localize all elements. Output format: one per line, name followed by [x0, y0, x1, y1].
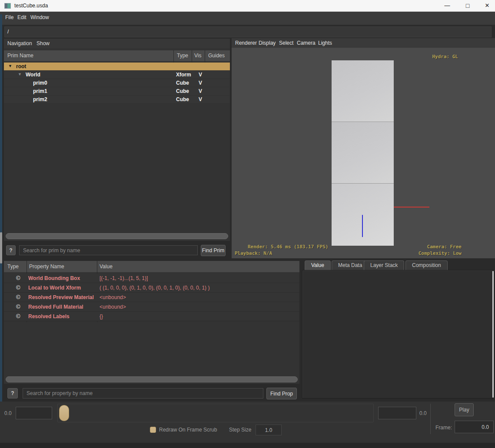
property-header: Type Property Name Value — [4, 261, 299, 272]
prim-vis[interactable]: V — [199, 88, 202, 94]
menu-display[interactable]: Display — [259, 40, 276, 46]
frame-slider-handle[interactable] — [59, 405, 69, 421]
expand-arrow-icon[interactable]: ▼ — [8, 64, 12, 68]
minimize-button[interactable]: — — [440, 0, 455, 11]
expand-arrow-icon[interactable]: ▼ — [18, 72, 22, 76]
tree-row-prim1[interactable]: prim1 Cube V — [4, 87, 230, 96]
cube-middle[interactable] — [332, 122, 394, 184]
frame-slider[interactable] — [57, 404, 374, 422]
prim-tree-panel: Navigation Show Prim Name Type Vis Guide… — [3, 38, 230, 241]
tab-composition[interactable]: Composition — [405, 260, 448, 270]
computed-icon: © — [16, 284, 20, 291]
inspector-panel: Value Meta Data Layer Stack Composition — [302, 260, 495, 399]
range-start-label: 0.0 — [4, 410, 12, 416]
computed-icon: © — [16, 275, 20, 281]
menu-show[interactable]: Show — [37, 40, 50, 46]
redraw-checkbox[interactable] — [150, 427, 156, 433]
prim-search-input[interactable] — [19, 245, 198, 255]
tab-layer-stack[interactable]: Layer Stack — [364, 260, 404, 270]
property-name: World Bounding Box — [28, 275, 80, 281]
prim-type: Xform — [176, 72, 191, 78]
property-name: Resolved Labels — [28, 313, 70, 320]
frame-label: Frame: — [435, 425, 452, 431]
menu-renderer[interactable]: Renderer — [235, 40, 257, 46]
property-name: Resolved Full Material — [28, 304, 83, 310]
menu-file[interactable]: File — [5, 14, 13, 20]
computed-icon: © — [16, 313, 20, 320]
menu-select[interactable]: Select — [279, 40, 293, 46]
property-search-input[interactable] — [23, 388, 263, 399]
find-prop-button[interactable]: Find Prop — [266, 388, 297, 399]
prim-vis[interactable]: V — [199, 96, 202, 102]
property-row-world-bounding-box[interactable]: © World Bounding Box [(-1, -1, -1)...(1,… — [4, 273, 299, 283]
hud-playback: Playback: N/A — [235, 250, 272, 256]
col-vis: Vis — [194, 53, 201, 59]
usdview-window: testCube.usda — □ ✕ File Edit Window / N… — [0, 0, 495, 448]
window-bottom-edge — [0, 443, 495, 448]
frame-input[interactable] — [455, 421, 494, 433]
property-value: {} — [100, 313, 103, 320]
prim-name: prim1 — [33, 88, 47, 94]
tab-meta-data[interactable]: Meta Data — [332, 260, 369, 270]
x-axis-line — [394, 207, 429, 208]
menu-lights[interactable]: Lights — [318, 40, 332, 46]
property-value: <unbound> — [100, 294, 126, 300]
computed-icon: © — [16, 294, 20, 300]
menu-edit[interactable]: Edit — [17, 14, 27, 20]
window-title: testCube.usda — [14, 3, 48, 9]
left-scrollbar-thumb[interactable] — [0, 232, 2, 264]
property-value: <unbound> — [100, 304, 126, 310]
play-button[interactable]: Play — [455, 403, 474, 416]
property-hscrollbar-thumb[interactable] — [6, 376, 298, 382]
viewport-panel: Renderer Display Select Camera Lights Hy… — [232, 38, 495, 258]
menu-camera[interactable]: Camera — [297, 40, 316, 46]
property-row-resolved-labels[interactable]: © Resolved Labels {} — [4, 312, 299, 321]
prim-vis[interactable]: V — [199, 80, 202, 86]
timeline-bar: 0.0 0.0 Play Frame: Redraw On Frame Scru… — [0, 402, 495, 448]
hud-camera: Camera: Free — [427, 244, 462, 250]
viewport-menu-bar: Renderer Display Select Camera Lights — [232, 38, 495, 48]
prim-type: Cube — [176, 80, 189, 86]
property-name: Resolved Preview Material — [28, 294, 94, 300]
range-end-input[interactable] — [378, 407, 416, 419]
property-help-button[interactable]: ? — [7, 388, 18, 399]
menu-navigation[interactable]: Navigation — [7, 40, 32, 46]
property-panel: Type Property Name Value © World Boundin… — [3, 260, 300, 384]
tree-row-root[interactable]: ▼ root — [4, 63, 230, 71]
tree-row-prim0[interactable]: prim0 Cube V — [4, 79, 230, 87]
cube-top[interactable] — [332, 60, 394, 122]
maximize-button[interactable]: □ — [460, 0, 475, 11]
timeline-divider — [430, 404, 431, 434]
range-start-input[interactable] — [16, 407, 52, 419]
menu-window[interactable]: Window — [30, 14, 49, 20]
prim-path-field[interactable]: / — [4, 26, 492, 37]
find-prim-button[interactable]: Find Prim — [201, 245, 226, 256]
property-row-resolved-full-material[interactable]: © Resolved Full Material <unbound> — [4, 302, 299, 312]
prim-vis[interactable]: V — [199, 72, 202, 78]
tree-hscrollbar-thumb[interactable] — [6, 233, 228, 239]
inspector-vscrollbar-thumb[interactable] — [492, 271, 494, 398]
tab-value[interactable]: Value — [305, 260, 331, 270]
col-property-name: Property Name — [29, 264, 64, 270]
prim-help-button[interactable]: ? — [6, 245, 16, 255]
step-size-label: Step Size — [229, 427, 251, 433]
title-bar: testCube.usda — □ ✕ — [0, 0, 495, 12]
prim-name: World — [26, 72, 40, 78]
range-end-label: 0.0 — [419, 410, 427, 416]
tree-header: Prim Name Type Vis Guides — [4, 50, 230, 61]
tree-row-world[interactable]: ▼ World Xform V — [4, 71, 230, 79]
step-size-input[interactable] — [256, 425, 282, 435]
hud-renderer: Hydra: GL — [432, 54, 458, 59]
inspector-content — [302, 270, 493, 399]
property-value: [(-1, -1, -1)...(1, 5, 1)] — [100, 275, 148, 281]
col-type: Type — [7, 264, 19, 270]
property-row-resolved-preview-material[interactable]: © Resolved Preview Material <unbound> — [4, 293, 299, 302]
property-name: Local to World Xform — [28, 285, 81, 291]
close-button[interactable]: ✕ — [480, 0, 495, 11]
property-value: ( (1, 0, 0, 0), (0, 1, 0, 0), (0, 0, 1, … — [100, 285, 209, 291]
window-left-edge — [0, 14, 2, 442]
viewport-canvas[interactable]: Hydra: GL Render: 5.46 ms (183.17 FPS) P… — [232, 48, 495, 258]
property-row-local-to-world-xform[interactable]: © Local to World Xform ( (1, 0, 0, 0), (… — [4, 283, 299, 293]
col-prim-name: Prim Name — [7, 53, 33, 59]
tree-row-prim2[interactable]: prim2 Cube V — [4, 96, 230, 104]
